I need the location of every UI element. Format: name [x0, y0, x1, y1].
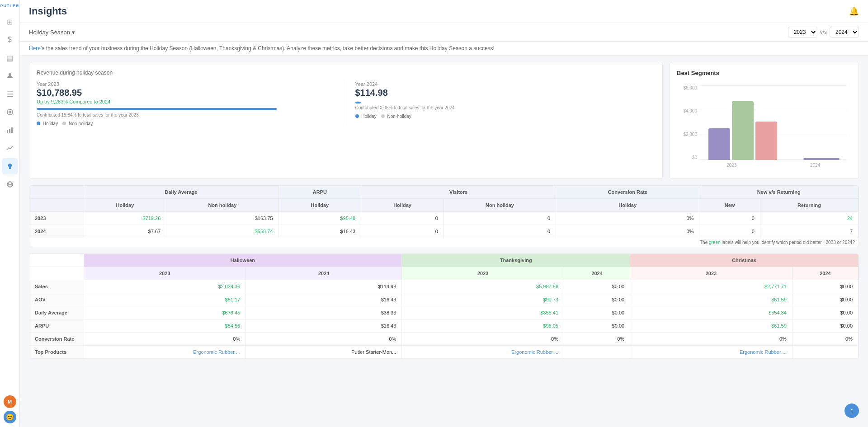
bd-t24-sales: $0.00 — [564, 280, 630, 293]
bd-c24-product — [792, 346, 858, 359]
revenue-2023: Year 2023 $10,788.95 Up by 9,283% Compar… — [37, 81, 337, 126]
breakdown-table: Halloween Thanksgiving Christmas 2023 20… — [29, 254, 859, 359]
user-avatar-m[interactable]: M — [4, 395, 16, 408]
arpu-2023: $95.48 — [278, 212, 361, 225]
non-holiday-legend-2: Non-holiday — [381, 114, 411, 119]
bd-h23-aov: $81.17 — [84, 293, 246, 306]
bth-h-2023: 2023 — [84, 267, 246, 280]
bd-h24-arpu: $16.43 — [246, 319, 402, 333]
bd-c23-product[interactable]: Ergonomic Rubber ... — [630, 346, 793, 359]
bth-t-2024: 2024 — [564, 267, 630, 280]
x-label-2023: 2023 — [726, 163, 736, 168]
bd-h23-daily: $676.45 — [84, 306, 246, 319]
th-arpu: ARPU — [278, 186, 361, 199]
breakdown-table-container: Halloween Thanksgiving Christmas 2023 20… — [29, 253, 859, 359]
user-avatar-emoji[interactable]: 😊 — [4, 411, 16, 423]
th-sub-holiday-4: Holiday — [556, 199, 699, 212]
bd-h23-conv: 0% — [84, 333, 246, 346]
bd-t24-conv: 0% — [564, 333, 630, 346]
info-banner-link[interactable]: Here — [29, 45, 41, 52]
conversion-2023: 0% — [556, 212, 699, 225]
header: Insights 🔔 — [20, 0, 868, 23]
year-right-select[interactable]: 202420232022 — [830, 27, 859, 38]
sidebar-item-reports[interactable]: ▤ — [2, 50, 18, 66]
sidebar-item-sales[interactable]: $ — [2, 32, 18, 48]
breakdown-row-products: Top Products Ergonomic Rubber ... Putler… — [29, 346, 859, 359]
sidebar-item-customers[interactable] — [2, 68, 18, 84]
non-holiday-legend: Non-holiday — [62, 121, 93, 126]
table-row-2023: 2023 $719.26 $163.75 $95.48 0 0 0% 0 24 — [29, 212, 859, 225]
header-right: 🔔 — [849, 6, 859, 16]
svg-rect-3 — [7, 130, 8, 133]
visitors-holiday-2024: 0 — [361, 225, 444, 238]
row-label-2023: 2023 — [29, 212, 84, 225]
sidebar-item-products[interactable]: ☰ — [2, 86, 18, 102]
th-sub-nonholiday-1: Non holiday — [166, 199, 278, 212]
bth-halloween: Halloween — [84, 254, 402, 267]
bd-h23-product[interactable]: Ergonomic Rubber ... — [84, 346, 246, 359]
season-label: Holiday Season — [29, 29, 70, 36]
sidebar-item-subscriptions[interactable] — [2, 104, 18, 120]
year-selectors: 202320242022 v/s 202420232022 — [788, 27, 859, 38]
segments-chart: $6,000 $4,000 $2,000 $0 — [677, 81, 851, 171]
bd-t23-aov: $90.73 — [402, 293, 564, 306]
breakdown-row-sales: Sales $2,029.36 $114.98 $5,987.88 $0.00 … — [29, 280, 859, 293]
bd-h24-product: Putler Starter-Mon... — [246, 346, 402, 359]
sidebar: PUTLER ⊞ $ ▤ ☰ M 😊 — [0, 0, 20, 427]
table-hint: The green labels will help you identify … — [29, 238, 859, 247]
table-row-2024: 2024 $7.67 $558.74 $16.43 0 0 0% 0 7 — [29, 225, 859, 238]
visitors-nonholiday-2024: 0 — [443, 225, 556, 238]
revenue-2023-amount: $10,788.95 — [37, 88, 337, 98]
bd-t23-daily: $855.41 — [402, 306, 564, 319]
sidebar-item-analytics[interactable] — [2, 122, 18, 138]
bd-h23-arpu: $84.56 — [84, 319, 246, 333]
bd-c24-sales: $0.00 — [792, 280, 858, 293]
daily-avg-nonholiday-2024: $558.74 — [166, 225, 278, 238]
th-sub-new: New — [699, 199, 760, 212]
scroll-to-top-button[interactable]: ↑ — [844, 404, 859, 418]
breakdown-row-arpu: ARPU $84.56 $16.43 $95.05 $0.00 $61.59 $… — [29, 319, 859, 333]
bd-h24-sales: $114.98 — [246, 280, 402, 293]
main-content: Insights 🔔 Holiday Season ▾ 202320242022… — [20, 0, 868, 427]
notification-bell-icon[interactable]: 🔔 — [849, 6, 859, 16]
bd-c23-daily: $554.34 — [630, 306, 793, 319]
bd-h24-conv: 0% — [246, 333, 402, 346]
breakdown-row-aov: AOV $81.17 $16.43 $90.73 $0.00 $61.59 $0… — [29, 293, 859, 306]
daily-avg-nonholiday-2023: $163.75 — [166, 212, 278, 225]
th-sub-empty — [29, 199, 84, 212]
bd-t23-conv: 0% — [402, 333, 564, 346]
summary-table: Daily Average ARPU Visitors Conversion R… — [29, 186, 859, 238]
x-label-2024: 2024 — [810, 163, 820, 168]
new-2023: 0 — [699, 212, 760, 225]
th-empty — [29, 186, 84, 199]
bd-h24-aov: $16.43 — [246, 293, 402, 306]
daily-avg-holiday-2023: $719.26 — [84, 212, 166, 225]
th-visitors: Visitors — [361, 186, 556, 199]
revenue-2024-legend: Holiday Non-holiday — [355, 114, 656, 119]
bth-c-2023: 2023 — [630, 267, 793, 280]
sidebar-item-insights[interactable] — [2, 158, 18, 174]
th-new-returning: New v/s Returning — [699, 186, 859, 199]
sidebar-item-web[interactable] — [2, 176, 18, 192]
vs-label: v/s — [820, 29, 827, 35]
bth-t-2023: 2023 — [402, 267, 564, 280]
daily-avg-holiday-2024: $7.67 — [84, 225, 166, 238]
bd-daily-label: Daily Average — [29, 306, 84, 319]
th-daily-avg: Daily Average — [84, 186, 278, 199]
sidebar-item-trends[interactable] — [2, 140, 18, 156]
y-axis: $6,000 $4,000 $2,000 $0 — [677, 85, 697, 160]
season-selector[interactable]: Holiday Season ▾ — [29, 29, 75, 36]
year-left-select[interactable]: 202320242022 — [788, 27, 817, 38]
th-sub-holiday-1: Holiday — [84, 199, 166, 212]
summary-table-container: Daily Average ARPU Visitors Conversion R… — [29, 185, 859, 247]
bd-c24-arpu: $0.00 — [792, 319, 858, 333]
svg-rect-4 — [9, 129, 10, 133]
bd-t23-sales: $5,987.88 — [402, 280, 564, 293]
sidebar-item-dashboard[interactable]: ⊞ — [2, 14, 18, 30]
revenue-2024-amount: $114.98 — [355, 88, 656, 98]
arpu-2024: $16.43 — [278, 225, 361, 238]
bd-t23-product[interactable]: Ergonomic Rubber ... — [402, 346, 564, 359]
bd-c23-arpu: $61.59 — [630, 319, 793, 333]
th-sub-returning: Returning — [760, 199, 858, 212]
revenue-2024-label: Year 2024 — [355, 81, 656, 87]
